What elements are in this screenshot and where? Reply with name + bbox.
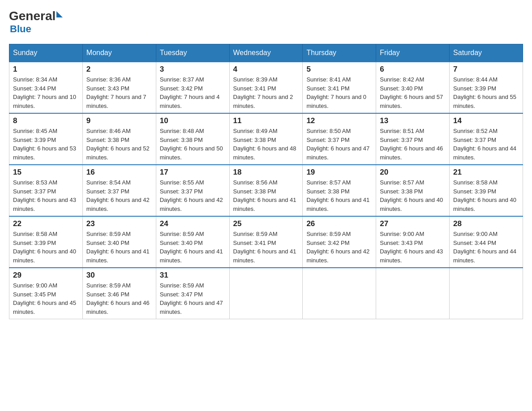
calendar-week-row: 22Sunrise: 8:58 AMSunset: 3:39 PMDayligh… <box>9 216 523 268</box>
calendar-day-cell: 11Sunrise: 8:49 AMSunset: 3:38 PMDayligh… <box>229 113 303 165</box>
calendar-day-cell: 15Sunrise: 8:53 AMSunset: 3:37 PMDayligh… <box>9 165 83 216</box>
calendar-day-cell: 30Sunrise: 8:59 AMSunset: 3:46 PMDayligh… <box>82 268 156 319</box>
day-number: 20 <box>380 168 446 177</box>
empty-day-cell <box>303 268 376 319</box>
day-info: Sunrise: 9:00 AMSunset: 3:45 PMDaylight:… <box>13 281 79 316</box>
day-number: 11 <box>233 116 299 125</box>
day-number: 25 <box>233 219 299 228</box>
day-number: 13 <box>380 116 446 125</box>
day-info: Sunrise: 8:59 AMSunset: 3:46 PMDaylight:… <box>86 281 152 316</box>
day-info: Sunrise: 8:52 AMSunset: 3:37 PMDaylight:… <box>453 127 519 162</box>
calendar-day-cell: 29Sunrise: 9:00 AMSunset: 3:45 PMDayligh… <box>9 268 83 319</box>
calendar-week-row: 1Sunrise: 8:34 AMSunset: 3:44 PMDaylight… <box>9 62 523 113</box>
logo-blue: Blue <box>10 23 63 35</box>
calendar-day-cell: 26Sunrise: 8:59 AMSunset: 3:42 PMDayligh… <box>303 216 376 268</box>
day-info: Sunrise: 8:57 AMSunset: 3:38 PMDaylight:… <box>380 178 446 213</box>
day-info: Sunrise: 8:56 AMSunset: 3:38 PMDaylight:… <box>233 178 299 213</box>
day-info: Sunrise: 8:50 AMSunset: 3:37 PMDaylight:… <box>306 127 372 162</box>
calendar-week-row: 29Sunrise: 9:00 AMSunset: 3:45 PMDayligh… <box>9 268 523 319</box>
calendar-day-cell: 1Sunrise: 8:34 AMSunset: 3:44 PMDaylight… <box>9 62 83 113</box>
day-number: 3 <box>160 65 226 74</box>
day-number: 16 <box>86 168 152 177</box>
day-number: 7 <box>453 65 519 74</box>
day-number: 30 <box>86 271 152 280</box>
day-info: Sunrise: 8:39 AMSunset: 3:41 PMDaylight:… <box>233 75 299 110</box>
day-info: Sunrise: 8:59 AMSunset: 3:42 PMDaylight:… <box>306 230 372 265</box>
header-tuesday: Tuesday <box>156 44 229 62</box>
day-info: Sunrise: 8:45 AMSunset: 3:39 PMDaylight:… <box>13 127 79 162</box>
day-info: Sunrise: 8:57 AMSunset: 3:38 PMDaylight:… <box>306 178 372 213</box>
logo: General Blue <box>9 9 63 35</box>
calendar-day-cell: 13Sunrise: 8:51 AMSunset: 3:37 PMDayligh… <box>376 113 450 165</box>
day-number: 24 <box>160 219 226 228</box>
day-info: Sunrise: 8:59 AMSunset: 3:40 PMDaylight:… <box>86 230 152 265</box>
day-info: Sunrise: 8:46 AMSunset: 3:38 PMDaylight:… <box>86 127 152 162</box>
day-info: Sunrise: 8:59 AMSunset: 3:47 PMDaylight:… <box>160 281 226 316</box>
day-number: 31 <box>160 271 226 280</box>
day-number: 4 <box>233 65 299 74</box>
calendar-week-row: 15Sunrise: 8:53 AMSunset: 3:37 PMDayligh… <box>9 165 523 216</box>
calendar-day-cell: 2Sunrise: 8:36 AMSunset: 3:43 PMDaylight… <box>82 62 156 113</box>
day-info: Sunrise: 8:53 AMSunset: 3:37 PMDaylight:… <box>13 178 79 213</box>
day-info: Sunrise: 9:00 AMSunset: 3:43 PMDaylight:… <box>380 230 446 265</box>
page-header: General Blue <box>9 9 523 35</box>
calendar-table: SundayMondayTuesdayWednesdayThursdayFrid… <box>9 44 523 319</box>
empty-day-cell <box>450 268 523 319</box>
calendar-day-cell: 14Sunrise: 8:52 AMSunset: 3:37 PMDayligh… <box>450 113 523 165</box>
day-number: 28 <box>453 219 519 228</box>
calendar-day-cell: 25Sunrise: 8:59 AMSunset: 3:41 PMDayligh… <box>229 216 303 268</box>
day-info: Sunrise: 8:49 AMSunset: 3:38 PMDaylight:… <box>233 127 299 162</box>
calendar-day-cell: 17Sunrise: 8:55 AMSunset: 3:37 PMDayligh… <box>156 165 229 216</box>
day-number: 17 <box>160 168 226 177</box>
day-info: Sunrise: 8:55 AMSunset: 3:37 PMDaylight:… <box>160 178 226 213</box>
calendar-header-row: SundayMondayTuesdayWednesdayThursdayFrid… <box>9 44 523 62</box>
day-info: Sunrise: 8:59 AMSunset: 3:41 PMDaylight:… <box>233 230 299 265</box>
day-number: 2 <box>86 65 152 74</box>
day-info: Sunrise: 8:34 AMSunset: 3:44 PMDaylight:… <box>13 75 79 110</box>
day-number: 18 <box>233 168 299 177</box>
calendar-day-cell: 12Sunrise: 8:50 AMSunset: 3:37 PMDayligh… <box>303 113 376 165</box>
calendar-day-cell: 23Sunrise: 8:59 AMSunset: 3:40 PMDayligh… <box>82 216 156 268</box>
day-info: Sunrise: 9:00 AMSunset: 3:44 PMDaylight:… <box>453 230 519 265</box>
calendar-day-cell: 18Sunrise: 8:56 AMSunset: 3:38 PMDayligh… <box>229 165 303 216</box>
day-number: 10 <box>160 116 226 125</box>
calendar-day-cell: 22Sunrise: 8:58 AMSunset: 3:39 PMDayligh… <box>9 216 83 268</box>
day-info: Sunrise: 8:41 AMSunset: 3:41 PMDaylight:… <box>306 75 372 110</box>
calendar-day-cell: 4Sunrise: 8:39 AMSunset: 3:41 PMDaylight… <box>229 62 303 113</box>
header-sunday: Sunday <box>9 44 83 62</box>
calendar-week-row: 8Sunrise: 8:45 AMSunset: 3:39 PMDaylight… <box>9 113 523 165</box>
logo-arrow-icon <box>56 11 63 17</box>
day-number: 15 <box>13 168 79 177</box>
day-info: Sunrise: 8:58 AMSunset: 3:39 PMDaylight:… <box>13 230 79 265</box>
day-number: 6 <box>380 65 446 74</box>
calendar-day-cell: 9Sunrise: 8:46 AMSunset: 3:38 PMDaylight… <box>82 113 156 165</box>
calendar-day-cell: 20Sunrise: 8:57 AMSunset: 3:38 PMDayligh… <box>376 165 450 216</box>
day-info: Sunrise: 8:51 AMSunset: 3:37 PMDaylight:… <box>380 127 446 162</box>
header-thursday: Thursday <box>303 44 376 62</box>
day-info: Sunrise: 8:37 AMSunset: 3:42 PMDaylight:… <box>160 75 226 110</box>
calendar-day-cell: 10Sunrise: 8:48 AMSunset: 3:38 PMDayligh… <box>156 113 229 165</box>
day-number: 26 <box>306 219 372 228</box>
calendar-day-cell: 6Sunrise: 8:42 AMSunset: 3:40 PMDaylight… <box>376 62 450 113</box>
day-number: 19 <box>306 168 372 177</box>
header-monday: Monday <box>82 44 156 62</box>
day-number: 1 <box>13 65 79 74</box>
calendar-day-cell: 19Sunrise: 8:57 AMSunset: 3:38 PMDayligh… <box>303 165 376 216</box>
calendar-day-cell: 3Sunrise: 8:37 AMSunset: 3:42 PMDaylight… <box>156 62 229 113</box>
calendar-day-cell: 8Sunrise: 8:45 AMSunset: 3:39 PMDaylight… <box>9 113 83 165</box>
calendar-day-cell: 7Sunrise: 8:44 AMSunset: 3:39 PMDaylight… <box>450 62 523 113</box>
calendar-day-cell: 24Sunrise: 8:59 AMSunset: 3:40 PMDayligh… <box>156 216 229 268</box>
day-number: 5 <box>306 65 372 74</box>
day-number: 23 <box>86 219 152 228</box>
calendar-day-cell: 16Sunrise: 8:54 AMSunset: 3:37 PMDayligh… <box>82 165 156 216</box>
day-info: Sunrise: 8:54 AMSunset: 3:37 PMDaylight:… <box>86 178 152 213</box>
day-info: Sunrise: 8:36 AMSunset: 3:43 PMDaylight:… <box>86 75 152 110</box>
day-info: Sunrise: 8:44 AMSunset: 3:39 PMDaylight:… <box>453 75 519 110</box>
day-number: 9 <box>86 116 152 125</box>
header-friday: Friday <box>376 44 450 62</box>
day-info: Sunrise: 8:59 AMSunset: 3:40 PMDaylight:… <box>160 230 226 265</box>
empty-day-cell <box>376 268 450 319</box>
day-number: 12 <box>306 116 372 125</box>
calendar-day-cell: 28Sunrise: 9:00 AMSunset: 3:44 PMDayligh… <box>450 216 523 268</box>
day-info: Sunrise: 8:42 AMSunset: 3:40 PMDaylight:… <box>380 75 446 110</box>
